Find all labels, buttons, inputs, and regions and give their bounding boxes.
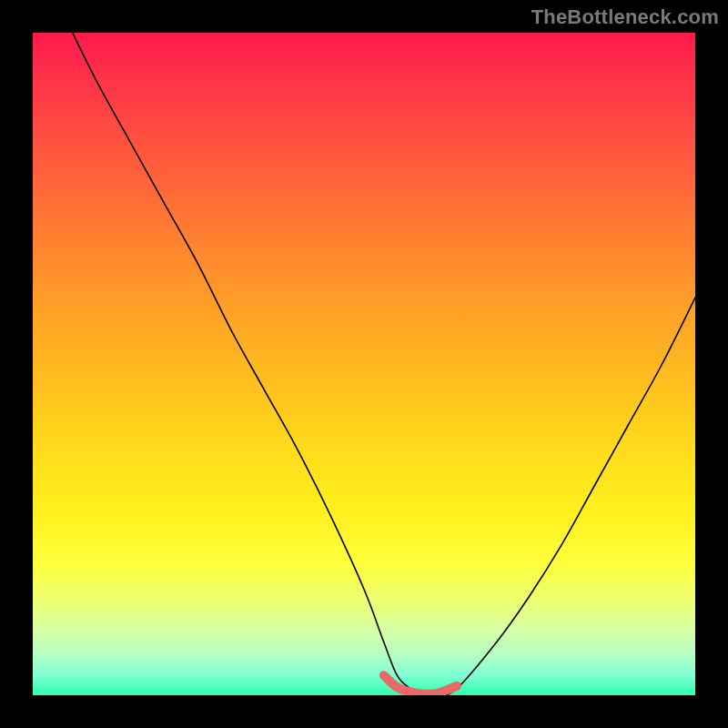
valley-highlight-path — [384, 675, 457, 693]
bottleneck-curve-path — [73, 33, 695, 695]
watermark-label: TheBottleneck.com — [531, 5, 719, 29]
curve-layer — [33, 33, 695, 695]
chart-frame: TheBottleneck.com — [0, 0, 728, 728]
plot-area — [33, 33, 695, 695]
